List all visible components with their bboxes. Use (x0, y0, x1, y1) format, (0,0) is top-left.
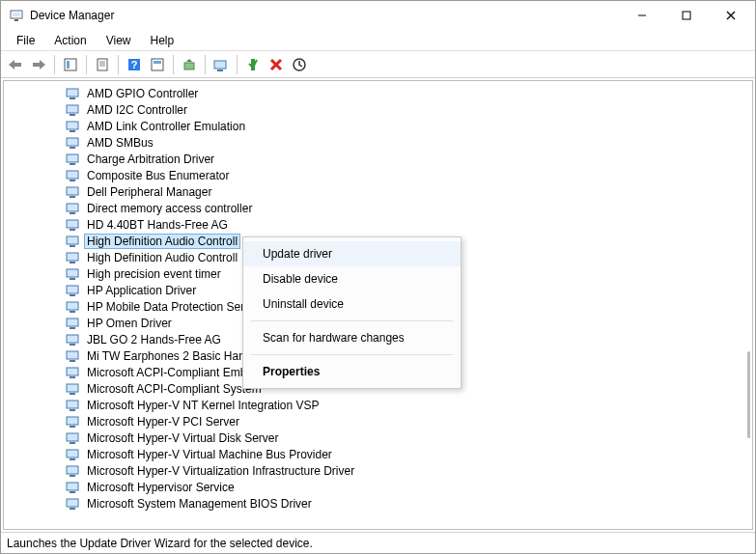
svg-rect-47 (70, 262, 75, 263)
device-tree-item[interactable]: Charge Arbitration Driver (4, 151, 752, 167)
device-tree-item[interactable]: AMD Link Controller Emulation (4, 118, 752, 134)
device-label: Microsoft System Management BIOS Driver (85, 497, 314, 511)
uninstall-device-button[interactable] (266, 54, 287, 75)
close-button[interactable] (709, 1, 753, 30)
toolbar: ? (1, 51, 755, 78)
device-label: Microsoft ACPI-Compliant System (85, 382, 264, 396)
ctx-uninstall-device[interactable]: Uninstall device (243, 291, 461, 317)
properties-button[interactable] (92, 54, 113, 75)
svg-rect-50 (67, 286, 78, 293)
device-tree-item[interactable]: Composite Bus Enumerator (4, 167, 752, 183)
device-icon (66, 300, 81, 314)
device-label: AMD GPIO Controller (85, 87, 200, 100)
device-icon (66, 152, 81, 166)
device-icon (66, 185, 81, 199)
device-tree-item[interactable]: Microsoft Hyper-V PCI Server (4, 413, 752, 429)
svg-rect-46 (67, 253, 78, 261)
device-label: Microsoft Hypervisor Service (85, 481, 237, 494)
svg-rect-41 (70, 212, 75, 214)
ctx-disable-device[interactable]: Disable device (243, 266, 461, 291)
device-tree-item[interactable]: AMD SMBus (4, 134, 752, 151)
maximize-button[interactable] (664, 1, 709, 30)
ctx-properties[interactable]: Properties (243, 359, 461, 384)
device-tree-item[interactable]: HD 4.40BT Hands-Free AG (4, 216, 752, 233)
ctx-scan-hardware[interactable]: Scan for hardware changes (243, 325, 461, 350)
device-label: HD 4.40BT Hands-Free AG (85, 218, 230, 232)
svg-rect-62 (67, 384, 78, 392)
device-tree-item[interactable]: AMD I2C Controller (4, 101, 752, 118)
device-tree-item[interactable]: Microsoft System Management BIOS Driver (4, 495, 752, 512)
device-icon (66, 284, 81, 297)
svg-rect-77 (70, 508, 75, 510)
device-icon (66, 481, 81, 494)
device-icon (66, 120, 81, 133)
svg-rect-36 (67, 171, 78, 179)
menubar: File Action View Help (1, 30, 755, 51)
svg-rect-67 (70, 426, 75, 428)
svg-rect-35 (70, 163, 75, 165)
device-icon (66, 87, 81, 100)
minimize-button[interactable] (620, 1, 664, 30)
titlebar: Device Manager (1, 1, 755, 30)
device-label: JBL GO 2 Hands-Free AG (85, 333, 223, 346)
help-button[interactable]: ? (124, 54, 145, 75)
window-title: Device Manager (30, 9, 620, 22)
device-tree-item[interactable]: Dell Peripheral Manager (4, 183, 752, 200)
forward-button[interactable] (28, 54, 49, 75)
svg-text:?: ? (131, 59, 138, 70)
svg-rect-55 (70, 327, 75, 329)
device-icon (66, 399, 81, 412)
device-label: HP Mobile Data Protection Ser (85, 300, 246, 314)
device-tree-item[interactable]: Microsoft Hyper-V Virtual Machine Bus Pr… (4, 446, 752, 462)
menu-help[interactable]: Help (141, 32, 184, 49)
svg-rect-70 (67, 450, 78, 457)
device-icon (66, 431, 81, 445)
device-label: Microsoft Hyper-V Virtual Machine Bus Pr… (85, 448, 334, 461)
menu-file[interactable]: File (7, 32, 44, 49)
device-label: High precision event timer (85, 267, 223, 281)
update-driver-button[interactable] (179, 54, 200, 75)
device-icon (66, 202, 81, 215)
menu-view[interactable]: View (97, 32, 141, 49)
device-tree-item[interactable]: Microsoft Hypervisor Service (4, 479, 752, 495)
disable-device-button[interactable] (289, 54, 310, 75)
toolbar-separator (237, 55, 238, 74)
svg-rect-20 (214, 61, 226, 69)
device-icon (66, 136, 81, 150)
svg-rect-27 (70, 97, 75, 99)
scrollbar-thumb[interactable] (747, 351, 750, 438)
ctx-update-driver[interactable]: Update driver (243, 241, 461, 266)
svg-rect-76 (67, 499, 78, 507)
device-label: High Definition Audio Controll (85, 251, 239, 264)
enable-device-button[interactable] (242, 54, 264, 75)
status-text: Launches the Update Driver Wizard for th… (7, 537, 313, 550)
svg-rect-11 (98, 59, 107, 70)
menu-action[interactable]: Action (44, 32, 96, 49)
svg-rect-73 (70, 475, 75, 477)
device-tree-item[interactable]: Microsoft Hyper-V Virtualization Infrast… (4, 462, 752, 479)
svg-rect-32 (67, 138, 78, 146)
device-tree-item[interactable]: Microsoft Hyper-V Virtual Disk Server (4, 429, 752, 446)
device-icon (66, 251, 81, 264)
svg-rect-69 (70, 442, 75, 444)
svg-rect-19 (184, 63, 194, 69)
svg-rect-40 (67, 204, 78, 211)
svg-rect-8 (33, 63, 40, 67)
action-button[interactable] (147, 54, 168, 75)
svg-rect-33 (70, 147, 75, 149)
svg-rect-58 (67, 351, 78, 359)
device-tree-item[interactable]: AMD GPIO Controller (4, 85, 752, 101)
toolbar-separator (86, 55, 87, 74)
svg-rect-37 (70, 180, 75, 181)
device-tree-item[interactable]: Direct memory access controller (4, 200, 752, 216)
svg-rect-30 (67, 122, 78, 129)
device-label: HP Omen Driver (85, 317, 174, 330)
device-icon (66, 169, 81, 182)
scan-hardware-button[interactable] (210, 54, 232, 75)
app-icon (9, 8, 24, 23)
show-hide-tree-button[interactable] (60, 54, 81, 75)
device-label: Dell Peripheral Manager (85, 185, 213, 199)
svg-rect-63 (70, 393, 75, 395)
back-button[interactable] (5, 54, 26, 75)
device-tree-item[interactable]: Microsoft Hyper-V NT Kernel Integration … (4, 397, 752, 413)
